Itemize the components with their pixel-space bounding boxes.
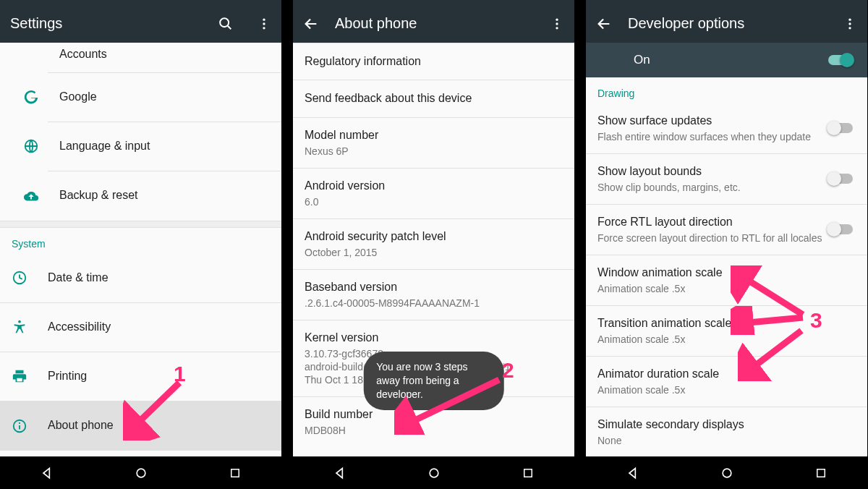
nav-recents-icon[interactable]	[229, 467, 242, 480]
section-header-system: System	[0, 228, 281, 254]
list-item[interactable]: Show surface updates Flash entire window…	[586, 103, 867, 154]
section-header-drawing: Drawing	[586, 77, 867, 103]
list-item[interactable]: Force RTL layout direction Force screen …	[586, 205, 867, 255]
navbar	[0, 456, 281, 489]
svg-line-13	[133, 383, 179, 428]
svg-rect-22	[524, 469, 532, 477]
master-switch-row[interactable]: On	[586, 43, 867, 77]
annotation-arrow-2	[394, 370, 510, 435]
clock-icon	[12, 270, 27, 286]
toggle-switch[interactable]	[828, 174, 853, 184]
list-item[interactable]: Google	[48, 73, 281, 122]
appbar-title: Settings	[10, 15, 202, 32]
list-item[interactable]: Send feedback about this device	[293, 80, 574, 118]
info-icon	[12, 418, 27, 434]
svg-point-7	[18, 320, 21, 323]
about-list: Regulatory information Send feedback abo…	[293, 43, 574, 456]
dev-options-list: Drawing Show surface updates Flash entir…	[586, 77, 867, 456]
list-item[interactable]: Regulatory information	[293, 43, 574, 80]
list-item[interactable]: Android security patch level October 1, …	[293, 219, 574, 270]
svg-line-31	[748, 331, 801, 371]
list-item[interactable]: Simulate secondary displays None	[586, 407, 867, 456]
toggle-switch[interactable]	[828, 224, 853, 234]
google-icon	[23, 89, 39, 105]
svg-point-16	[556, 18, 558, 20]
list-item[interactable]: Language & input	[48, 122, 281, 171]
panel-about-phone: About phone Regulatory information Send …	[293, 0, 574, 489]
svg-point-21	[430, 469, 439, 477]
list-item[interactable]: Accessibility	[0, 303, 281, 352]
annotation-label-2: 2	[502, 358, 514, 383]
annotation-arrow-3c	[738, 323, 810, 381]
section-divider	[0, 221, 281, 228]
nav-back-icon[interactable]	[40, 466, 54, 480]
settings-list: Accounts Google Language & input	[0, 43, 281, 456]
svg-point-23	[848, 18, 851, 20]
nav-home-icon[interactable]	[720, 466, 734, 480]
overflow-menu-icon[interactable]	[550, 17, 564, 31]
print-icon	[12, 368, 27, 384]
nav-recents-icon[interactable]	[814, 467, 827, 480]
master-toggle[interactable]	[828, 55, 853, 65]
search-icon[interactable]	[218, 16, 234, 32]
appbar-title: About phone	[335, 15, 534, 32]
appbar: Developer options	[586, 4, 867, 43]
svg-point-2	[263, 18, 265, 20]
panel-settings: Settings Accounts Google	[0, 0, 281, 489]
svg-line-29	[741, 318, 803, 323]
svg-point-25	[848, 27, 851, 29]
nav-recents-icon[interactable]	[522, 467, 535, 480]
annotation-label-1: 1	[174, 362, 186, 386]
svg-point-3	[263, 22, 265, 25]
back-arrow-icon[interactable]	[303, 16, 319, 32]
list-item[interactable]: Date & time	[0, 254, 281, 303]
svg-rect-33	[817, 469, 825, 477]
nav-back-icon[interactable]	[333, 466, 347, 480]
svg-point-14	[137, 469, 146, 477]
nav-home-icon[interactable]	[427, 466, 441, 480]
list-item-window-animation[interactable]: Window animation scale Animation scale .…	[586, 255, 867, 306]
overflow-menu-icon[interactable]	[257, 17, 271, 31]
toggle-switch[interactable]	[828, 123, 853, 133]
panel-developer-options: Developer options On Drawing Show surfac…	[586, 0, 867, 489]
back-arrow-icon[interactable]	[596, 16, 612, 32]
list-item-transition-animation[interactable]: Transition animation scale Animation sca…	[586, 306, 867, 357]
annotation-label-3: 3	[810, 308, 822, 333]
list-item[interactable]: Baseband version .2.6.1.c4-00005-M8994FA…	[293, 270, 574, 320]
svg-point-32	[723, 469, 732, 477]
appbar: Settings	[0, 4, 281, 43]
nav-back-icon[interactable]	[626, 466, 640, 480]
list-item[interactable]: Model number Nexus 6P	[293, 118, 574, 169]
navbar	[586, 456, 867, 489]
globe-icon	[23, 138, 39, 154]
svg-point-11	[19, 422, 20, 424]
appbar-title: Developer options	[628, 15, 827, 32]
list-item[interactable]: Android version 6.0	[293, 169, 574, 219]
svg-rect-8	[17, 378, 22, 382]
svg-rect-15	[231, 469, 239, 477]
list-item[interactable]: Accounts	[48, 43, 281, 73]
cloud-upload-icon	[23, 188, 39, 204]
svg-point-4	[263, 27, 265, 29]
svg-point-17	[556, 22, 558, 25]
svg-line-20	[406, 380, 499, 425]
overflow-menu-icon[interactable]	[843, 17, 857, 31]
svg-point-24	[848, 22, 851, 25]
accessibility-icon	[12, 319, 27, 335]
nav-home-icon[interactable]	[134, 466, 148, 480]
navbar	[293, 456, 574, 489]
svg-point-0	[220, 18, 229, 27]
appbar: About phone	[293, 4, 574, 43]
svg-line-1	[228, 25, 231, 29]
list-item[interactable]: Show layout bounds Show clip bounds, mar…	[586, 154, 867, 205]
list-item-animator-duration[interactable]: Animator duration scale Animation scale …	[586, 357, 867, 407]
list-item[interactable]: Backup & reset	[48, 171, 281, 221]
svg-point-18	[556, 27, 558, 29]
